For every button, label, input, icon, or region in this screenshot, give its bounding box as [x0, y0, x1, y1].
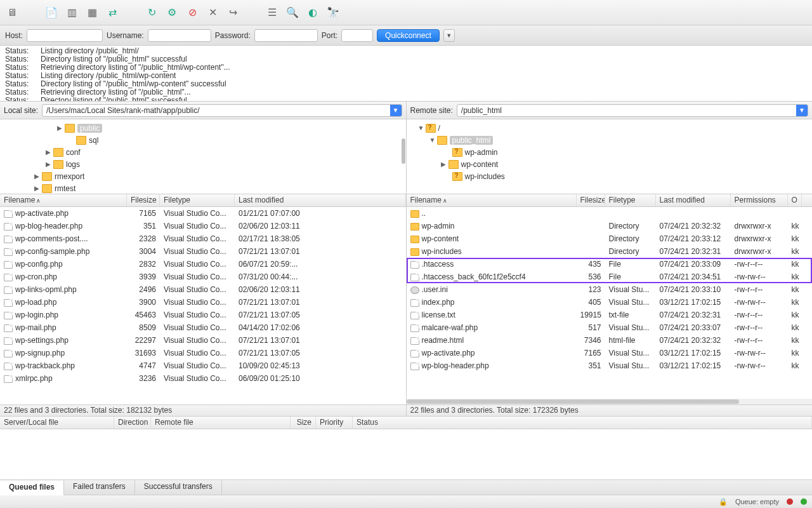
username-label: Username:: [107, 31, 144, 40]
tree-item[interactable]: ▼public_html: [407, 134, 813, 146]
list-item[interactable]: wp-mail.php8509Visual Studio Co...04/14/…: [0, 321, 406, 334]
list-item[interactable]: wp-load.php3900Visual Studio Co...07/21/…: [0, 296, 406, 309]
remote-site-label: Remote site:: [410, 106, 453, 115]
host-input[interactable]: [27, 29, 103, 42]
list-item[interactable]: readme.html7346html-file07/24/21 20:32:3…: [407, 334, 813, 347]
remote-status: 22 files and 3 directories. Total size: …: [407, 404, 813, 416]
list-item[interactable]: wp-blog-header.php351Visual Studio Co...…: [0, 220, 406, 232]
list-item[interactable]: wp-comments-post....2328Visual Studio Co…: [0, 232, 406, 245]
port-label: Port:: [322, 31, 337, 40]
tree-item[interactable]: ▶logs: [0, 158, 406, 170]
disconnect-icon[interactable]: ✕: [206, 6, 219, 20]
list-item[interactable]: wp-activate.php7165Visual Studio Co...01…: [0, 207, 406, 220]
list-item[interactable]: wp-links-opml.php2496Visual Studio Co...…: [0, 283, 406, 296]
process-queue-icon[interactable]: ⚙: [165, 6, 179, 20]
message-log[interactable]: Status:Listing directory /public_html/St…: [0, 46, 812, 102]
local-tree[interactable]: ▶publicsql▶conf▶logs▶rmexport▶rmtest: [0, 119, 406, 194]
list-item[interactable]: wp-activate.php7165Visual Stu...03/12/21…: [407, 347, 813, 359]
toggle-queue-icon[interactable]: ▦: [85, 6, 99, 20]
remote-site-combo[interactable]: /public_html▼: [457, 104, 808, 117]
transfer-header[interactable]: Server/Local file Direction Remote file …: [0, 417, 812, 429]
transfer-list[interactable]: [0, 429, 812, 479]
list-item[interactable]: wp-settings.php22297Visual Studio Co...0…: [0, 334, 406, 347]
tree-item[interactable]: ▶rmtest: [0, 182, 406, 194]
toggle-log-icon[interactable]: 📄: [44, 6, 58, 20]
local-site-label: Local site:: [4, 106, 38, 115]
search-icon[interactable]: 🔍: [285, 6, 299, 20]
tree-item[interactable]: sql: [0, 134, 406, 146]
lock-icon: 🔒: [719, 498, 728, 506]
local-file-list[interactable]: wp-activate.php7165Visual Studio Co...01…: [0, 207, 406, 404]
local-status: 22 files and 3 directories. Total size: …: [0, 404, 406, 416]
tree-item[interactable]: ▶public: [0, 122, 406, 134]
username-input[interactable]: [148, 29, 211, 42]
tab-failed[interactable]: Failed transfers: [64, 480, 135, 495]
reconnect-icon[interactable]: ↪: [226, 6, 240, 20]
list-item[interactable]: wp-trackback.php4747Visual Studio Co...1…: [0, 359, 406, 372]
list-item[interactable]: wp-blog-header.php351Visual Stu...03/12/…: [407, 359, 813, 372]
indicator-green: [801, 498, 807, 505]
quickconnect-button[interactable]: Quickconnect: [377, 29, 440, 42]
local-list-header[interactable]: Filename∧ Filesize Filetype Last modifie…: [0, 194, 406, 207]
toggle-tree-icon[interactable]: ▥: [65, 6, 79, 20]
remote-tree[interactable]: ▼/▼public_htmlwp-admin▶wp-contentwp-incl…: [407, 119, 813, 194]
transfer-panel: Server/Local file Direction Remote file …: [0, 417, 812, 480]
queue-status: Queue: empty: [735, 498, 779, 505]
tree-item[interactable]: ▶rmexport: [0, 170, 406, 182]
site-manager-icon[interactable]: 🖥: [5, 6, 19, 20]
tree-item[interactable]: wp-admin: [407, 146, 813, 158]
list-item[interactable]: .htaccess435File07/24/21 20:33:09-rw-r--…: [407, 258, 813, 271]
compare-icon[interactable]: ◐: [306, 6, 320, 20]
tree-item[interactable]: wp-includes: [407, 170, 813, 182]
remote-list-header[interactable]: Filename∧ Filesize Filetype Last modifie…: [407, 194, 813, 207]
tab-queued[interactable]: Queued files: [0, 481, 64, 495]
list-item[interactable]: license.txt19915txt-file07/24/21 20:32:3…: [407, 309, 813, 321]
quickconnect-dropdown[interactable]: ▼: [443, 29, 455, 42]
local-site-combo[interactable]: /Users/mac/Local Sites/rank-math/app/pub…: [42, 104, 402, 117]
tab-success[interactable]: Successful transfers: [135, 480, 222, 495]
list-item[interactable]: wp-adminDirectory07/24/21 20:32:32drwxrw…: [407, 220, 813, 232]
port-input[interactable]: [341, 29, 373, 42]
list-item[interactable]: index.php405Visual Stu...03/12/21 17:02:…: [407, 296, 813, 309]
password-input[interactable]: [254, 29, 318, 42]
list-item[interactable]: malcare-waf.php517Visual Stu...07/24/21 …: [407, 321, 813, 334]
list-item[interactable]: wp-config-sample.php3004Visual Studio Co…: [0, 245, 406, 258]
remote-file-list[interactable]: ..wp-adminDirectory07/24/21 20:32:32drwx…: [407, 207, 813, 399]
tree-item[interactable]: ▼/: [407, 122, 813, 134]
tree-item[interactable]: ▶conf: [0, 146, 406, 158]
status-bar: 🔒 Queue: empty: [0, 495, 812, 508]
local-pane: Local site: /Users/mac/Local Sites/rank-…: [0, 102, 407, 416]
list-item[interactable]: wp-contentDirectory07/24/21 20:33:12drwx…: [407, 232, 813, 245]
binoculars-icon[interactable]: 🔭: [326, 6, 340, 20]
sync-browse-icon[interactable]: ⇄: [105, 6, 119, 20]
main-toolbar: 🖥 📄 ▥ ▦ ⇄ ↻ ⚙ ⊘ ✕ ↪ ☰ 🔍 ◐ 🔭: [0, 0, 812, 25]
list-item[interactable]: wp-login.php45463Visual Studio Co...07/2…: [0, 309, 406, 321]
transfer-tabs: Queued files Failed transfers Successful…: [0, 480, 812, 495]
list-item[interactable]: .user.ini123Visual Stu...07/24/21 20:33:…: [407, 283, 813, 296]
list-item[interactable]: ..: [407, 207, 813, 220]
host-label: Host:: [5, 31, 23, 40]
indicator-red: [787, 498, 793, 505]
quickconnect-bar: Host: Username: Password: Port: Quickcon…: [0, 25, 812, 46]
remote-hscroll[interactable]: [407, 399, 813, 404]
refresh-icon[interactable]: ↻: [145, 6, 159, 20]
list-item[interactable]: wp-signup.php31693Visual Studio Co...07/…: [0, 347, 406, 359]
tree-item[interactable]: ▶wp-content: [407, 158, 813, 170]
cancel-icon[interactable]: ⊘: [185, 6, 199, 20]
list-item[interactable]: wp-cron.php3939Visual Studio Co...07/31/…: [0, 271, 406, 283]
list-item[interactable]: xmlrpc.php3236Visual Studio Co...06/09/2…: [0, 372, 406, 385]
list-item[interactable]: wp-includesDirectory07/24/21 20:32:31drw…: [407, 245, 813, 258]
remote-pane: Remote site: /public_html▼ ▼/▼public_htm…: [407, 102, 813, 416]
password-label: Password:: [215, 31, 251, 40]
filter-icon[interactable]: ☰: [265, 6, 279, 20]
list-item[interactable]: .htaccess_back_60fc1f2e5ccf4536File07/24…: [407, 271, 813, 283]
list-item[interactable]: wp-config.php2832Visual Studio Co...06/0…: [0, 258, 406, 271]
